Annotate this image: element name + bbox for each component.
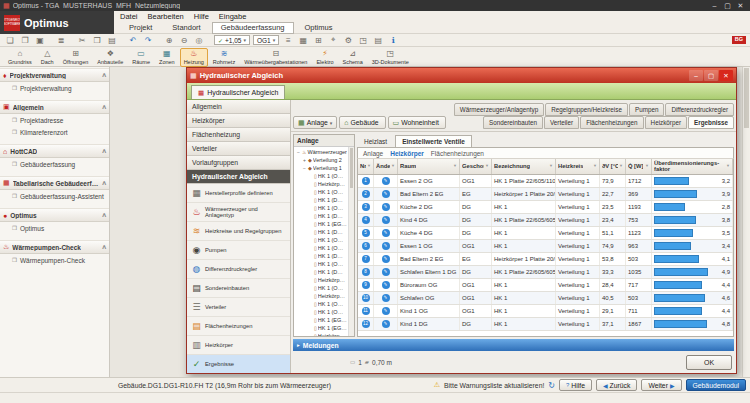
tab-projekt[interactable]: Projekt [120, 22, 161, 34]
tree-item[interactable]: + ◆ Verteilung 2 [295, 156, 347, 164]
tree-item[interactable]: ▯ HK 1 (OG1-R22 / Essen 1 OG) [295, 172, 347, 180]
copy-icon[interactable]: ❒ [91, 35, 103, 46]
section-allgemein[interactable]: ▣ Allgemein ᐱ [0, 100, 109, 114]
nav-allgemein[interactable]: Allgemein [187, 100, 290, 114]
edit-icon[interactable]: ✎ [382, 307, 390, 315]
tree-item[interactable]: ▯ HK 1 (OG-R5 / Kind 2 OG) [295, 308, 347, 316]
edit-icon[interactable]: ✎ [382, 281, 390, 289]
record-badge[interactable]: BG [732, 36, 746, 44]
edit-icon[interactable]: ✎ [382, 268, 390, 276]
navitem-waermeerzeuger-und-anlagentyp[interactable]: ♨ Wärmeerzeuger und Anlagentyp [187, 203, 290, 222]
filter-icon[interactable]: ▼ [391, 164, 395, 168]
sidebar-item-projektverwaltung[interactable]: ❒ Projektverwaltung [0, 82, 109, 94]
next-button[interactable]: Weiter ▶ [641, 379, 681, 391]
chevron-up-icon[interactable]: ᐱ [102, 148, 106, 154]
open-icon[interactable]: ❐ [19, 35, 31, 46]
close-button[interactable]: ✕ [734, 2, 747, 10]
info-icon[interactable]: ℹ [387, 35, 399, 46]
navitem-heizkoerper[interactable]: ▥ Heizkörper [187, 336, 290, 355]
dialog-titlebar[interactable]: ▦ Hydraulischer Abgleich – ▢ ✕ [187, 68, 736, 83]
tree-item[interactable]: ▯ Heizkörper 1 (OG1-R16 / Kinder Bad 2 O… [295, 292, 347, 300]
ribbon-oeffnungen[interactable]: ⊞ Öffnungen [59, 48, 93, 67]
edit-icon[interactable]: ✎ [382, 190, 390, 198]
column-header[interactable]: Geschoss ▼ [460, 159, 492, 174]
column-header[interactable]: Nr. ▼ [358, 159, 374, 174]
measure-icon[interactable]: ⊞ [312, 35, 324, 46]
maximize-button[interactable]: ▢ [721, 2, 734, 10]
tree-item[interactable]: ▯ HK 1 (DG-R2 / Schlafen Eltern 1 DG) [295, 228, 347, 236]
layers-icon[interactable]: ≡ [282, 35, 294, 46]
tree-item[interactable]: ▯ HK 1 (OG1-R15 / Essen 1 OG) [295, 204, 347, 212]
crosshair-icon[interactable]: ⌖ [327, 35, 339, 46]
tab-sondereinbauten[interactable]: Sondereinbauten [483, 116, 543, 129]
edit-icon[interactable]: ✎ [382, 294, 390, 302]
paste-icon[interactable]: ▤ [106, 35, 118, 46]
filter-icon[interactable]: ▼ [453, 164, 457, 168]
sidebar-item-gebaeudeerfassung-assistent[interactable]: ❒ Gebäudeerfassung-Assistent [0, 190, 109, 202]
gebaeudemodul-button[interactable]: Gebäudemodul [686, 379, 746, 391]
section-hottcad[interactable]: ⌂ HottCAD ᐱ [0, 144, 109, 158]
tree-item[interactable]: ▯ HK 1 (EG-R15 / Kind 2 EG) [295, 316, 347, 324]
tab-ergebnisse[interactable]: Ergebnisse [688, 116, 734, 129]
tab-regelgruppen-heizkreise[interactable]: Regelgruppen/Heizkreise [545, 103, 628, 116]
sidebar-item-optimus[interactable]: ❒ Optimus [0, 222, 109, 234]
dialog-tab-hydraulischer-abgleich[interactable]: ▦ Hydraulischer Abgleich [191, 85, 285, 99]
subtab-heizlast[interactable]: Heizlast [357, 135, 394, 147]
chevron-up-icon[interactable]: ᐱ [102, 104, 106, 110]
ribbon-dach[interactable]: △ Dach [37, 48, 58, 67]
tree-item[interactable]: − ◆ Verteilung 1 [295, 164, 347, 172]
table-icon[interactable]: ▤ [372, 35, 384, 46]
column-header[interactable]: Überdimensionierungs-faktor ▼ [652, 159, 733, 174]
tab-heizkoerper[interactable]: Heizkörper [645, 116, 687, 129]
zoom-in-icon[interactable]: ⊕ [163, 35, 175, 46]
navitem-flaechenheizungen[interactable]: ▤ Flächenheizungen [187, 317, 290, 336]
ribbon-zonen[interactable]: ▦ Zonen [155, 48, 179, 67]
ribbon-elektro[interactable]: ⚡ Elektro [312, 48, 337, 67]
menu-item[interactable]: Hilfe [194, 12, 209, 21]
canvas-vertical-scrollbar[interactable] [742, 67, 750, 377]
edit-icon[interactable]: ✎ [382, 203, 390, 211]
tab-pumpen[interactable]: Pumpen [629, 103, 664, 116]
sidebar-item-klimareferenzort[interactable]: ❒ Klimareferenzort [0, 126, 109, 138]
minimize-button[interactable]: – [708, 2, 721, 10]
table-row[interactable]: 11 ✎ Kind 1 OG OG1 HK 1 Verteilung 1 29,… [358, 305, 733, 318]
back-button[interactable]: ◀ Zurück [596, 379, 637, 391]
table-row[interactable]: 2 ✎ Bad Eltern 2 EG EG Heizkörper 1 Plat… [358, 188, 733, 201]
ribbon-waermeuebergabestationen[interactable]: ⊟ Wärmeübergabestationen [240, 48, 311, 67]
tree-item[interactable]: ▯ HK 1 (OG1-R1 / Kind 1 OG) [295, 244, 347, 252]
gebaeude-button[interactable]: ⌂ Gebäude [339, 116, 385, 129]
section-optimus[interactable]: ● Optimus ᐱ [0, 208, 109, 222]
nav-hydraulischer-abgleich[interactable]: Hydraulischer Abgleich [187, 170, 290, 184]
dialog-minimize-button[interactable]: – [689, 70, 703, 81]
nav-vorlaufgruppen[interactable]: Vorlaufgruppen [187, 156, 290, 170]
tab-flaechenheizungen[interactable]: Flächenheizungen [580, 116, 643, 129]
chevron-up-icon[interactable]: ᐱ [102, 244, 106, 250]
filter-icon[interactable]: ▼ [549, 164, 553, 168]
table-row[interactable]: 6 ✎ Essen 1 OG OG1 HK 1 Verteilung 1 74,… [358, 240, 733, 253]
table-row[interactable]: 4 ✎ Kind 4 DG DG HK 1 Platte 22/605/605 … [358, 214, 733, 227]
tree-item[interactable]: ▯ HK 1 (DG-R5 / Kind 2 DG) [295, 252, 347, 260]
nav-flaechenheizung[interactable]: Flächenheizung [187, 128, 290, 142]
grid-icon[interactable]: ▦ [297, 35, 309, 46]
chevron-up-icon[interactable]: ᐱ [102, 212, 106, 218]
menu-item[interactable]: Eingabe [219, 12, 247, 21]
tree-item[interactable]: ▯ HK 1 (OG1-R21 / Küche 2 OG) [295, 260, 347, 268]
column-header[interactable]: Ändern ▼ [374, 159, 398, 174]
chevron-up-icon[interactable]: ᐱ [102, 180, 106, 186]
filter-icon[interactable]: ▼ [593, 164, 597, 168]
ok-button[interactable]: OK [686, 355, 732, 370]
tree-item[interactable]: ▯ HK 1 (DG-R8 / Kind 4 DG) [295, 212, 347, 220]
navitem-herstellerprofile[interactable]: ▦ Herstellerprofile definieren [187, 184, 290, 203]
tab-optimus[interactable]: Optimus [296, 22, 342, 34]
anlage-button[interactable]: ▦ Anlage ▾ [293, 116, 337, 129]
table-tab-flaechenheizungen[interactable]: Flächenheizungen [431, 150, 484, 157]
tab-waermeerzeuger-anlagentyp[interactable]: Wärmeerzeuger/Anlagentyp [454, 103, 544, 116]
tab-gebaeudeerfassung[interactable]: Gebäudeerfassung [212, 22, 294, 34]
print-icon[interactable]: ≣ [55, 35, 67, 46]
table-row[interactable]: 1 ✎ Essen 2 OG OG1 HK 1 Platte 22/605/11… [358, 175, 733, 188]
navitem-verteiler[interactable]: ☰ Verteiler [187, 298, 290, 317]
tree-item[interactable]: − ♨ Wärmeerzeuger [295, 148, 347, 156]
ribbon-rohrnetz[interactable]: ≋ Rohrnetz [209, 48, 239, 67]
sidebar-item-projektadresse[interactable]: ❒ Projektadresse [0, 114, 109, 126]
column-header[interactable]: Bezeichnung ▼ [492, 159, 556, 174]
